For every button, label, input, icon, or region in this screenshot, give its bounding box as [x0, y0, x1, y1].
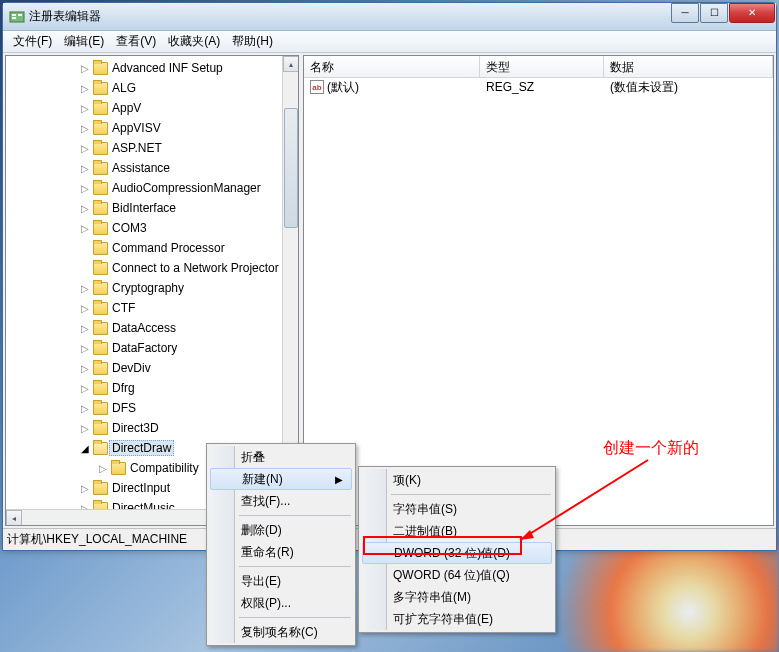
tree-node[interactable]: Connect to a Network Projector — [6, 258, 298, 278]
ctx-new-key[interactable]: 项(K) — [361, 469, 553, 491]
tree-node[interactable]: ▷Dfrg — [6, 378, 298, 398]
tree-node[interactable]: ▷COM3 — [6, 218, 298, 238]
ctx-copyname[interactable]: 复制项名称(C) — [209, 621, 353, 643]
menu-help[interactable]: 帮助(H) — [226, 31, 279, 52]
tree-label[interactable]: Cryptography — [112, 281, 184, 295]
ctx-collapse[interactable]: 折叠 — [209, 446, 353, 468]
tree-label[interactable]: CTF — [112, 301, 135, 315]
ctx-new-expandstring[interactable]: 可扩充字符串值(E) — [361, 608, 553, 630]
expander-icon[interactable]: ▷ — [78, 342, 91, 355]
tree-node[interactable]: ▷CTF — [6, 298, 298, 318]
maximize-button[interactable]: ☐ — [700, 3, 728, 23]
tree-label[interactable]: COM3 — [112, 221, 147, 235]
expander-icon[interactable]: ▷ — [78, 482, 91, 495]
close-button[interactable]: ✕ — [729, 3, 775, 23]
tree-label[interactable]: DirectInput — [112, 481, 170, 495]
tree-label[interactable]: Compatibility — [130, 461, 199, 475]
tree-node[interactable]: ▷AppVISV — [6, 118, 298, 138]
tree-label[interactable]: Assistance — [112, 161, 170, 175]
tree-node[interactable]: ▷DFS — [6, 398, 298, 418]
menu-edit[interactable]: 编辑(E) — [58, 31, 110, 52]
menu-favorites[interactable]: 收藏夹(A) — [162, 31, 226, 52]
expander-icon[interactable]: ▷ — [78, 322, 91, 335]
expander-icon[interactable]: ▷ — [78, 122, 91, 135]
expander-icon[interactable]: ▷ — [78, 182, 91, 195]
expander-icon[interactable] — [78, 262, 91, 275]
tree-node[interactable]: ▷DevDiv — [6, 358, 298, 378]
expander-icon[interactable]: ▷ — [96, 462, 109, 475]
tree-label[interactable]: AppVISV — [112, 121, 161, 135]
tree-node[interactable]: ▷AppV — [6, 98, 298, 118]
ctx-find[interactable]: 查找(F)... — [209, 490, 353, 512]
menu-file[interactable]: 文件(F) — [7, 31, 58, 52]
tree-label[interactable]: ALG — [112, 81, 136, 95]
tree-label[interactable]: Command Processor — [112, 241, 225, 255]
tree-node[interactable]: ▷Advanced INF Setup — [6, 58, 298, 78]
submenu-arrow-icon: ▶ — [335, 474, 343, 485]
folder-icon — [93, 482, 108, 495]
expander-icon[interactable]: ▷ — [78, 202, 91, 215]
tree-label[interactable]: DataFactory — [112, 341, 177, 355]
expander-icon[interactable]: ▷ — [78, 422, 91, 435]
list-pane[interactable]: 名称 类型 数据 ab(默认)REG_SZ(数值未设置) — [303, 55, 774, 526]
expander-icon[interactable]: ▷ — [78, 142, 91, 155]
col-data[interactable]: 数据 — [604, 56, 773, 77]
tree-node[interactable]: Command Processor — [6, 238, 298, 258]
tree-label[interactable]: AppV — [112, 101, 141, 115]
ctx-new[interactable]: 新建(N)▶ — [210, 468, 352, 490]
expander-icon[interactable]: ▷ — [78, 362, 91, 375]
tree-label[interactable]: Dfrg — [112, 381, 135, 395]
tree-label[interactable]: BidInterface — [112, 201, 176, 215]
tree-node[interactable]: ▷BidInterface — [6, 198, 298, 218]
titlebar[interactable]: 注册表编辑器 ─ ☐ ✕ — [3, 3, 776, 31]
tree-label[interactable]: DFS — [112, 401, 136, 415]
tree-label[interactable]: Connect to a Network Projector — [112, 261, 279, 275]
tree-node[interactable]: ▷DataAccess — [6, 318, 298, 338]
tree-node[interactable]: ▷DataFactory — [6, 338, 298, 358]
tree-node[interactable]: ▷Direct3D — [6, 418, 298, 438]
tree-label[interactable]: DataAccess — [112, 321, 176, 335]
scroll-thumb[interactable] — [284, 108, 298, 228]
tree-label[interactable]: DevDiv — [112, 361, 151, 375]
list-row[interactable]: ab(默认)REG_SZ(数值未设置) — [304, 78, 773, 96]
expander-icon[interactable]: ▷ — [78, 402, 91, 415]
tree-label[interactable]: Advanced INF Setup — [112, 61, 223, 75]
ctx-new-qword[interactable]: QWORD (64 位)值(Q) — [361, 564, 553, 586]
tree-node[interactable]: ▷AudioCompressionManager — [6, 178, 298, 198]
expander-icon[interactable]: ▷ — [78, 222, 91, 235]
tree-label[interactable]: Direct3D — [112, 421, 159, 435]
cell-data: (数值未设置) — [604, 78, 773, 97]
ctx-new-multistring[interactable]: 多字符串值(M) — [361, 586, 553, 608]
expander-icon[interactable]: ▷ — [78, 62, 91, 75]
expander-icon[interactable]: ▷ — [78, 102, 91, 115]
expander-icon[interactable] — [78, 242, 91, 255]
expander-icon[interactable]: ▷ — [78, 162, 91, 175]
tree-node[interactable]: ▷ALG — [6, 78, 298, 98]
expander-icon[interactable]: ▷ — [78, 382, 91, 395]
col-type[interactable]: 类型 — [480, 56, 604, 77]
tree-label[interactable]: DirectDraw — [109, 440, 174, 456]
tree-node[interactable]: ▷ASP.NET — [6, 138, 298, 158]
expander-icon[interactable]: ▷ — [78, 282, 91, 295]
expander-icon[interactable]: ▷ — [78, 82, 91, 95]
tree-node[interactable]: ▷Cryptography — [6, 278, 298, 298]
ctx-new-binary[interactable]: 二进制值(B) — [361, 520, 553, 542]
ctx-delete[interactable]: 删除(D) — [209, 519, 353, 541]
tree-vscroll[interactable]: ▴ ▾ — [282, 56, 298, 509]
scroll-left-button[interactable]: ◂ — [6, 510, 22, 526]
menu-view[interactable]: 查看(V) — [110, 31, 162, 52]
minimize-button[interactable]: ─ — [671, 3, 699, 23]
expander-icon[interactable]: ◢ — [78, 442, 91, 455]
ctx-export[interactable]: 导出(E) — [209, 570, 353, 592]
tree-node[interactable]: ▷Assistance — [6, 158, 298, 178]
menubar: 文件(F) 编辑(E) 查看(V) 收藏夹(A) 帮助(H) — [3, 31, 776, 53]
ctx-rename[interactable]: 重命名(R) — [209, 541, 353, 563]
scroll-up-button[interactable]: ▴ — [283, 56, 299, 72]
col-name[interactable]: 名称 — [304, 56, 480, 77]
expander-icon[interactable]: ▷ — [78, 302, 91, 315]
ctx-new-dword[interactable]: DWORD (32-位)值(D) — [362, 542, 552, 564]
tree-label[interactable]: ASP.NET — [112, 141, 162, 155]
ctx-permissions[interactable]: 权限(P)... — [209, 592, 353, 614]
ctx-new-string[interactable]: 字符串值(S) — [361, 498, 553, 520]
tree-label[interactable]: AudioCompressionManager — [112, 181, 261, 195]
